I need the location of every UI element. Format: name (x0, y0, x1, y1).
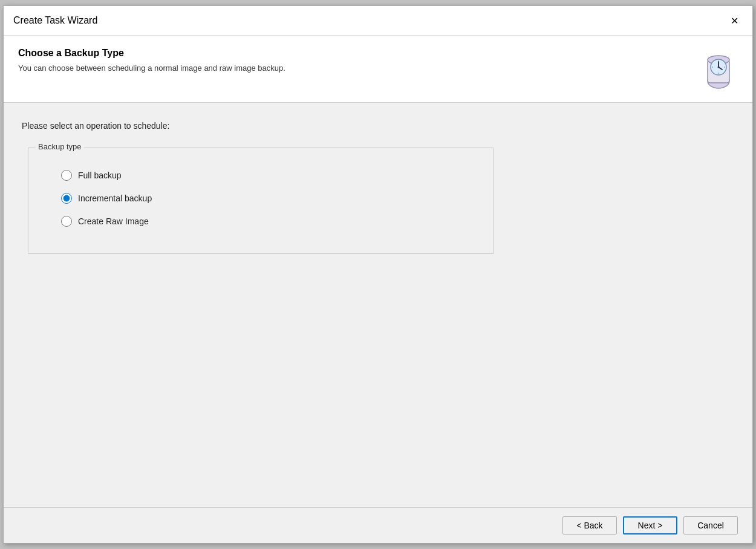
svg-point-7 (718, 67, 720, 68)
header-title: Choose a Backup Type (18, 48, 683, 59)
header-section: Choose a Backup Type You can choose betw… (4, 36, 752, 103)
wizard-icon (696, 48, 738, 90)
incremental-backup-label: Incremental backup (78, 193, 152, 203)
backup-type-group: Backup type Full backup Incremental back… (28, 148, 494, 254)
raw-image-label: Create Raw Image (78, 216, 149, 226)
window-title: Create Task Wizard (13, 15, 97, 26)
incremental-backup-radio[interactable] (61, 193, 72, 204)
group-box-label: Backup type (36, 142, 84, 151)
dialog-window: Create Task Wizard ✕ Choose a Backup Typ… (3, 5, 753, 544)
raw-image-radio[interactable] (61, 216, 72, 227)
title-bar: Create Task Wizard ✕ (4, 6, 752, 36)
cancel-button[interactable]: Cancel (683, 516, 738, 534)
operation-prompt: Please select an operation to schedule: (22, 121, 734, 131)
close-button[interactable]: ✕ (726, 12, 743, 29)
full-backup-label: Full backup (78, 171, 122, 180)
incremental-backup-option[interactable]: Incremental backup (61, 193, 460, 204)
header-text-block: Choose a Backup Type You can choose betw… (18, 48, 683, 73)
next-button[interactable]: Next > (623, 516, 677, 534)
back-button[interactable]: < Back (562, 516, 617, 534)
raw-image-option[interactable]: Create Raw Image (61, 216, 460, 227)
full-backup-option[interactable]: Full backup (61, 170, 460, 181)
close-icon: ✕ (731, 15, 738, 27)
content-area: Please select an operation to schedule: … (4, 103, 752, 507)
header-subtitle: You can choose between scheduling a norm… (18, 63, 683, 73)
footer: < Back Next > Cancel (4, 507, 752, 543)
full-backup-radio[interactable] (61, 170, 72, 181)
